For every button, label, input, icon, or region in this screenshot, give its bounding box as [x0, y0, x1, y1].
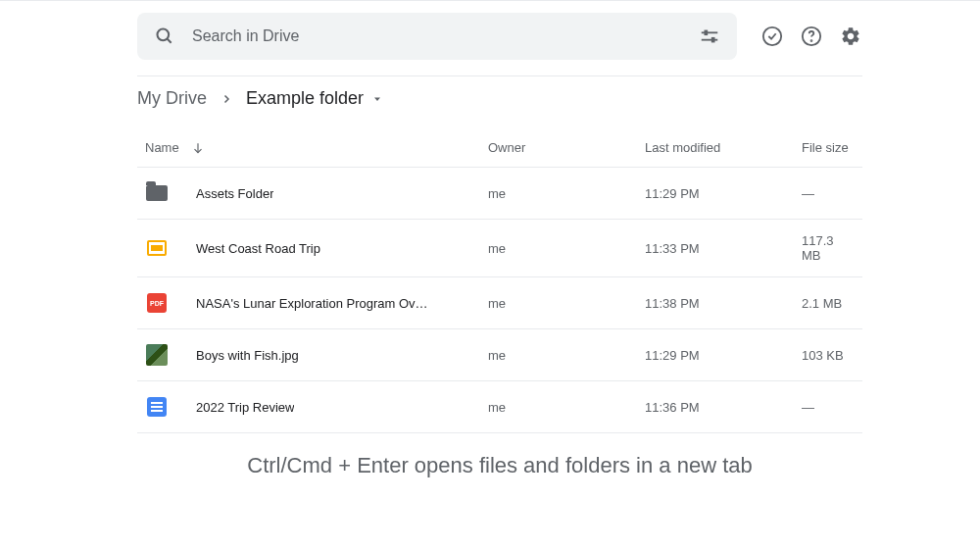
slides-icon: [145, 236, 169, 260]
search-options-icon[interactable]: [698, 25, 721, 48]
svg-point-8: [811, 40, 812, 41]
header-name-label: Name: [145, 140, 179, 155]
svg-rect-5: [711, 37, 715, 42]
svg-point-0: [158, 29, 170, 41]
svg-line-1: [168, 39, 172, 43]
file-modified: 11:36 PM: [645, 400, 802, 415]
table-row[interactable]: PDFNASA's Lunar Exploration Program Ov…m…: [137, 277, 862, 329]
breadcrumb-current-label: Example folder: [246, 88, 364, 109]
file-modified: 11:38 PM: [645, 296, 802, 311]
table-row[interactable]: Boys with Fish.jpgme11:29 PM103 KB: [137, 329, 862, 381]
breadcrumb-root[interactable]: My Drive: [137, 88, 207, 109]
column-headers: Name Owner Last modified File size: [137, 128, 862, 168]
file-modified: 11:29 PM: [645, 186, 802, 201]
svg-marker-9: [374, 97, 380, 101]
file-size: —: [802, 186, 855, 201]
svg-rect-4: [705, 30, 709, 35]
table-row[interactable]: West Coast Road Tripme11:33 PM117.3 MB: [137, 220, 862, 277]
file-name: 2022 Trip Review: [196, 400, 294, 415]
doc-icon: [145, 395, 169, 419]
file-name: NASA's Lunar Exploration Program Ov…: [196, 296, 428, 311]
file-owner: me: [488, 241, 645, 256]
table-row[interactable]: Assets Folderme11:29 PM—: [137, 168, 862, 220]
image-icon: [145, 343, 169, 367]
sort-arrow-icon: [191, 141, 205, 155]
file-modified: 11:33 PM: [645, 241, 802, 256]
caret-down-icon: [371, 93, 383, 105]
table-row[interactable]: 2022 Trip Reviewme11:36 PM—: [137, 381, 862, 433]
header-modified[interactable]: Last modified: [645, 140, 802, 155]
svg-point-6: [763, 27, 781, 45]
file-size: 2.1 MB: [802, 296, 855, 311]
gear-icon[interactable]: [839, 25, 862, 48]
file-name: West Coast Road Trip: [196, 241, 320, 256]
search-icon: [153, 25, 176, 48]
breadcrumb: My Drive Example folder: [137, 75, 862, 128]
file-modified: 11:29 PM: [645, 348, 802, 363]
header-size[interactable]: File size: [802, 140, 855, 155]
file-name: Assets Folder: [196, 186, 273, 201]
header-name[interactable]: Name: [145, 140, 488, 155]
file-size: 117.3 MB: [802, 233, 855, 263]
file-name: Boys with Fish.jpg: [196, 348, 299, 363]
file-owner: me: [488, 400, 645, 415]
file-size: —: [802, 400, 855, 415]
chevron-right-icon: [220, 93, 232, 105]
file-owner: me: [488, 186, 645, 201]
breadcrumb-current[interactable]: Example folder: [246, 88, 383, 109]
pdf-icon: PDF: [145, 291, 169, 315]
search-bar[interactable]: [137, 13, 737, 60]
help-icon[interactable]: [800, 25, 823, 48]
file-owner: me: [488, 348, 645, 363]
offline-ready-icon[interactable]: [760, 25, 784, 48]
folder-icon: [145, 181, 169, 205]
search-input[interactable]: [192, 27, 682, 45]
keyboard-hint: Ctrl/Cmd + Enter opens files and folders…: [137, 433, 862, 478]
header-owner[interactable]: Owner: [488, 140, 645, 155]
file-owner: me: [488, 296, 645, 311]
file-size: 103 KB: [802, 348, 855, 363]
